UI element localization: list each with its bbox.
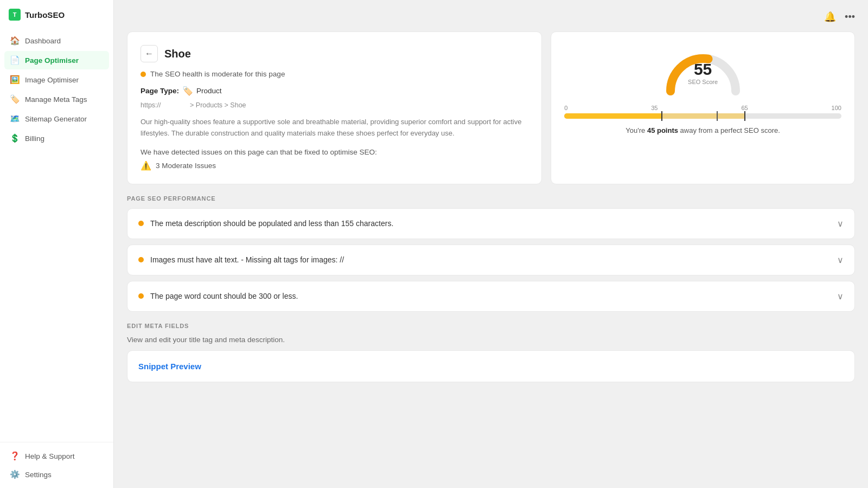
app-logo: T TurboSEO: [0, 0, 113, 31]
main-content: 🔔 ••• ← Shoe The SEO health is moderate …: [114, 0, 868, 488]
bar-label-0: 0: [564, 105, 567, 111]
gauge-label: SEO Score: [688, 79, 718, 85]
page-url-row: https:// > Products > Shoe: [141, 101, 528, 109]
health-dot: [141, 72, 146, 77]
sidebar-item-help-support[interactable]: ❓ Help & Support: [4, 447, 109, 465]
notification-icon[interactable]: 🔔: [824, 11, 836, 23]
page-url: https://: [141, 101, 161, 109]
sidebar-nav: 🏠 Dashboard 📄 Page Optimiser 🖼️ Image Op…: [0, 31, 113, 442]
sitemap-icon: 🗺️: [10, 114, 20, 124]
issues-detail: ⚠️ 3 Moderate Issues: [141, 160, 528, 171]
perf-item-1[interactable]: Images must have alt text. - Missing alt…: [127, 245, 855, 275]
sidebar-item-label: Dashboard: [25, 37, 61, 45]
perf-item-text-0: The meta description should be populated…: [150, 219, 393, 228]
page-title: Shoe: [164, 48, 191, 60]
perf-item-0[interactable]: The meta description should be populated…: [127, 208, 855, 239]
sidebar-item-sitemap-generator[interactable]: 🗺️ Sitemap Generator: [4, 110, 109, 128]
score-bar-labels: 0 35 65 100: [564, 105, 841, 111]
card-title-row: ← Shoe: [141, 45, 528, 62]
product-icon: 🏷️: [182, 86, 193, 96]
page-optimiser-icon: 📄: [10, 55, 20, 65]
seo-score-card: 55 SEO Score 0 35 65 100: [551, 31, 855, 184]
perf-item-left-2: The page word count should be 300 or les…: [138, 292, 298, 300]
sidebar-item-label: Manage Meta Tags: [25, 95, 87, 104]
snippet-title: Snippet Preview: [138, 362, 201, 371]
perf-item-2[interactable]: The page word count should be 300 or les…: [127, 281, 855, 312]
sidebar-item-image-optimiser[interactable]: 🖼️ Image Optimiser: [4, 70, 109, 89]
page-description: Our high-quality shoes feature a support…: [141, 117, 528, 139]
perf-item-text-1: Images must have alt text. - Missing alt…: [150, 255, 344, 264]
away-prefix: You're: [626, 126, 647, 134]
chevron-down-icon-1: ∨: [837, 255, 844, 265]
edit-meta-section: EDIT META FIELDS View and edit your titl…: [127, 323, 855, 382]
performance-section-header: PAGE SEO PERFORMANCE: [127, 195, 855, 202]
seo-health-row: The SEO health is moderate for this page: [141, 70, 528, 78]
billing-icon: 💲: [10, 133, 20, 143]
page-info-card: ← Shoe The SEO health is moderate for th…: [127, 31, 542, 184]
sidebar-item-label: Image Optimiser: [25, 76, 79, 84]
more-options-icon[interactable]: •••: [845, 11, 855, 23]
perf-item-text-2: The page word count should be 300 or les…: [150, 292, 298, 300]
sidebar-item-billing[interactable]: 💲 Billing: [4, 129, 109, 147]
app-name: TurboSEO: [25, 10, 65, 20]
back-button[interactable]: ←: [141, 45, 158, 62]
gauge-score: 55: [688, 61, 718, 78]
sidebar-item-label: Help & Support: [25, 452, 75, 460]
page-type-value: Product: [196, 87, 222, 95]
sidebar-item-dashboard[interactable]: 🏠 Dashboard: [4, 31, 109, 50]
issues-intro: We have detected issues on this page can…: [141, 148, 528, 156]
chevron-down-icon-2: ∨: [837, 291, 844, 301]
top-cards-row: ← Shoe The SEO health is moderate for th…: [127, 31, 855, 184]
score-bar-marker-current: [717, 111, 718, 121]
sidebar-item-label: Settings: [25, 471, 52, 479]
help-icon: ❓: [10, 451, 20, 461]
score-bar: [564, 113, 841, 119]
sidebar-item-page-optimiser[interactable]: 📄 Page Optimiser: [4, 51, 109, 69]
issues-count: 3 Moderate Issues: [156, 162, 216, 170]
sidebar-item-label: Page Optimiser: [25, 56, 79, 65]
dashboard-icon: 🏠: [10, 36, 20, 46]
perf-dot-0: [138, 221, 144, 226]
sidebar-item-label: Billing: [25, 134, 44, 143]
logo-icon: T: [9, 9, 21, 21]
score-bar-wrapper: 0 35 65 100: [564, 105, 841, 119]
page-breadcrumb: > Products > Shoe: [190, 101, 246, 109]
sidebar-item-manage-meta-tags[interactable]: 🏷️ Manage Meta Tags: [4, 90, 109, 108]
score-bar-marker-65: [744, 111, 745, 121]
gauge-center: 55 SEO Score: [688, 61, 718, 85]
meta-tags-icon: 🏷️: [10, 94, 20, 104]
settings-icon: ⚙️: [10, 470, 20, 479]
sidebar: T TurboSEO 🏠 Dashboard 📄 Page Optimiser …: [0, 0, 114, 488]
sidebar-bottom: ❓ Help & Support ⚙️ Settings: [0, 442, 113, 488]
warning-icon: ⚠️: [141, 160, 151, 171]
back-arrow-icon: ←: [145, 49, 154, 59]
page-type-row: Page Type: 🏷️ Product: [141, 86, 528, 96]
seo-health-text: The SEO health is moderate for this page: [150, 70, 285, 78]
edit-meta-description: View and edit your title tag and meta de…: [127, 336, 855, 344]
perf-item-left-0: The meta description should be populated…: [138, 219, 393, 228]
score-bar-fill-mid: [661, 113, 744, 119]
away-suffix: away from a perfect SEO score.: [678, 126, 780, 134]
edit-meta-header: EDIT META FIELDS: [127, 323, 855, 329]
score-away-text: You're 45 points away from a perfect SEO…: [626, 125, 780, 136]
sidebar-item-settings[interactable]: ⚙️ Settings: [4, 465, 109, 484]
seo-gauge: 55 SEO Score: [660, 45, 746, 94]
score-bar-marker-35: [661, 111, 662, 121]
image-optimiser-icon: 🖼️: [10, 75, 20, 85]
bar-label-65: 65: [741, 105, 748, 111]
chevron-down-icon-0: ∨: [837, 219, 844, 229]
perf-dot-2: [138, 293, 144, 299]
bar-label-35: 35: [651, 105, 658, 111]
page-type-label: Page Type:: [141, 87, 179, 95]
perf-item-left-1: Images must have alt text. - Missing alt…: [138, 255, 344, 264]
perf-dot-1: [138, 257, 144, 262]
score-bar-fill-low: [564, 113, 661, 119]
sidebar-item-label: Sitemap Generator: [25, 115, 87, 123]
bar-label-100: 100: [832, 105, 841, 111]
snippet-card: Snippet Preview: [127, 350, 855, 382]
away-points: 45 points: [647, 126, 678, 134]
